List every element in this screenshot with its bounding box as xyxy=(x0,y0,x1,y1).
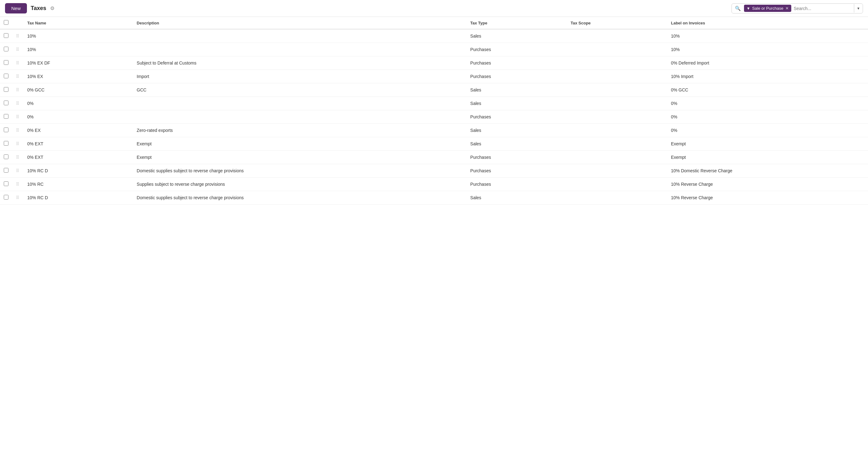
table-row[interactable]: ⠿ 0% EX Zero-rated exports Sales 0% xyxy=(0,124,868,137)
drag-handle-icon[interactable]: ⠿ xyxy=(16,114,19,119)
row-taxscope xyxy=(567,137,667,151)
row-label: 10% Domestic Reverse Charge xyxy=(667,164,868,178)
row-checkbox-cell xyxy=(0,124,12,137)
header-taxname: Tax Name xyxy=(24,17,133,29)
row-drag-handle-cell: ⠿ xyxy=(12,178,24,191)
row-taxscope xyxy=(567,151,667,164)
row-checkbox[interactable] xyxy=(4,154,8,159)
row-description: Supplies subject to reverse charge provi… xyxy=(133,178,467,191)
table-row[interactable]: ⠿ 10% EX DF Subject to Deferral at Custo… xyxy=(0,56,868,70)
table-row[interactable]: ⠿ 10% Purchases 10% xyxy=(0,43,868,56)
search-dropdown-button[interactable]: ▾ xyxy=(854,4,863,12)
row-description: Subject to Deferral at Customs xyxy=(133,56,467,70)
table-row[interactable]: ⠿ 10% RC D Domestic supplies subject to … xyxy=(0,164,868,178)
header-description: Description xyxy=(133,17,467,29)
drag-handle-icon[interactable]: ⠿ xyxy=(16,33,19,38)
search-filter-tag: ▼ Sale or Purchase ✕ xyxy=(744,5,791,12)
table-row[interactable]: ⠿ 0% GCC GCC Sales 0% GCC xyxy=(0,83,868,97)
row-label: 10% Import xyxy=(667,70,868,83)
select-all-checkbox[interactable] xyxy=(4,20,8,25)
row-label: 10% xyxy=(667,43,868,56)
table-row[interactable]: ⠿ 0% EXT Exempt Sales Exempt xyxy=(0,137,868,151)
table-row[interactable]: ⠿ 0% Purchases 0% xyxy=(0,110,868,124)
drag-handle-icon[interactable]: ⠿ xyxy=(16,47,19,52)
table-row[interactable]: ⠿ 0% Sales 0% xyxy=(0,97,868,110)
row-taxname: 10% RC xyxy=(24,178,133,191)
gear-icon[interactable]: ⚙ xyxy=(50,5,55,11)
row-drag-handle-cell: ⠿ xyxy=(12,124,24,137)
row-label: 0% Deferred Import xyxy=(667,56,868,70)
row-taxname: 0% EX xyxy=(24,124,133,137)
row-label: 0% GCC xyxy=(667,83,868,97)
row-checkbox-cell xyxy=(0,70,12,83)
row-taxscope xyxy=(567,29,667,43)
table-header-row: Tax Name Description Tax Type Tax Scope … xyxy=(0,17,868,29)
row-taxtype: Purchases xyxy=(467,56,567,70)
row-description xyxy=(133,110,467,124)
row-checkbox[interactable] xyxy=(4,47,8,51)
row-taxname: 10% EX xyxy=(24,70,133,83)
drag-handle-icon[interactable]: ⠿ xyxy=(16,101,19,106)
row-checkbox[interactable] xyxy=(4,127,8,132)
new-button[interactable]: New xyxy=(5,3,27,13)
filter-close-icon[interactable]: ✕ xyxy=(785,6,789,11)
drag-handle-icon[interactable]: ⠿ xyxy=(16,74,19,79)
filter-icon: ▼ xyxy=(746,6,750,11)
row-checkbox[interactable] xyxy=(4,181,8,186)
row-description: Domestic supplies subject to reverse cha… xyxy=(133,164,467,178)
row-checkbox-cell xyxy=(0,97,12,110)
row-taxname: 10% xyxy=(24,29,133,43)
row-taxtype: Purchases xyxy=(467,110,567,124)
row-description: Zero-rated exports xyxy=(133,124,467,137)
row-taxscope xyxy=(567,191,667,205)
row-label: 10% Reverse Charge xyxy=(667,178,868,191)
row-taxname: 10% RC D xyxy=(24,191,133,205)
row-checkbox[interactable] xyxy=(4,141,8,146)
table-row[interactable]: ⠿ 10% Sales 10% xyxy=(0,29,868,43)
row-taxscope xyxy=(567,97,667,110)
row-label: 10% Reverse Charge xyxy=(667,191,868,205)
row-description xyxy=(133,43,467,56)
row-drag-handle-cell: ⠿ xyxy=(12,97,24,110)
row-label: 10% xyxy=(667,29,868,43)
filter-label: Sale or Purchase xyxy=(752,6,783,11)
drag-handle-icon[interactable]: ⠿ xyxy=(16,128,19,133)
table-row[interactable]: ⠿ 10% RC D Domestic supplies subject to … xyxy=(0,191,868,205)
search-input[interactable] xyxy=(791,4,854,13)
toolbar: New Taxes ⚙ 🔍 ▼ Sale or Purchase ✕ ▾ xyxy=(0,0,868,17)
row-checkbox[interactable] xyxy=(4,114,8,119)
row-checkbox-cell xyxy=(0,29,12,43)
row-taxscope xyxy=(567,164,667,178)
row-checkbox[interactable] xyxy=(4,33,8,38)
drag-handle-icon[interactable]: ⠿ xyxy=(16,195,19,200)
row-checkbox[interactable] xyxy=(4,87,8,92)
row-checkbox-cell xyxy=(0,56,12,70)
row-checkbox[interactable] xyxy=(4,168,8,173)
row-drag-handle-cell: ⠿ xyxy=(12,43,24,56)
table-row[interactable]: ⠿ 10% EX Import Purchases 10% Import xyxy=(0,70,868,83)
row-taxtype: Purchases xyxy=(467,164,567,178)
row-taxname: 10% xyxy=(24,43,133,56)
table-row[interactable]: ⠿ 0% EXT Exempt Purchases Exempt xyxy=(0,151,868,164)
row-taxtype: Purchases xyxy=(467,70,567,83)
drag-handle-icon[interactable]: ⠿ xyxy=(16,155,19,160)
drag-handle-icon[interactable]: ⠿ xyxy=(16,60,19,65)
row-checkbox[interactable] xyxy=(4,100,8,105)
row-checkbox[interactable] xyxy=(4,60,8,65)
row-taxtype: Purchases xyxy=(467,43,567,56)
drag-handle-icon[interactable]: ⠿ xyxy=(16,168,19,173)
drag-handle-icon[interactable]: ⠿ xyxy=(16,87,19,92)
drag-handle-icon[interactable]: ⠿ xyxy=(16,141,19,146)
row-drag-handle-cell: ⠿ xyxy=(12,137,24,151)
row-checkbox-cell xyxy=(0,43,12,56)
row-checkbox[interactable] xyxy=(4,74,8,78)
header-drag-col xyxy=(12,17,24,29)
row-label: Exempt xyxy=(667,151,868,164)
table-row[interactable]: ⠿ 10% RC Supplies subject to reverse cha… xyxy=(0,178,868,191)
row-checkbox[interactable] xyxy=(4,195,8,200)
row-description: Exempt xyxy=(133,137,467,151)
row-taxname: 0% GCC xyxy=(24,83,133,97)
drag-handle-icon[interactable]: ⠿ xyxy=(16,182,19,187)
row-taxtype: Sales xyxy=(467,83,567,97)
row-taxscope xyxy=(567,70,667,83)
